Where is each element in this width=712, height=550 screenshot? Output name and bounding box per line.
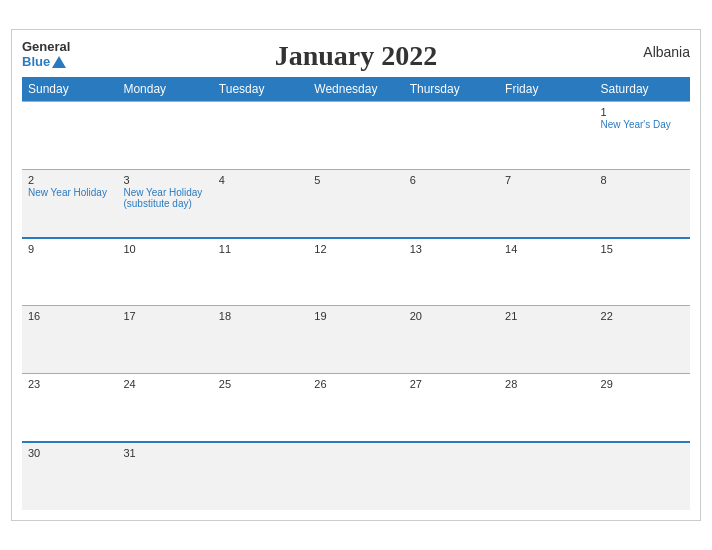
weekday-header-wednesday: Wednesday — [308, 77, 403, 102]
calendar-week-row: 16171819202122 — [22, 306, 690, 374]
day-number: 14 — [505, 243, 588, 255]
calendar-cell — [213, 442, 308, 510]
calendar-cell: 30 — [22, 442, 117, 510]
day-number: 7 — [505, 174, 588, 186]
calendar-cell: 28 — [499, 374, 594, 442]
day-number: 9 — [28, 243, 111, 255]
calendar-cell: 22 — [595, 306, 690, 374]
day-number: 11 — [219, 243, 302, 255]
day-number: 16 — [28, 310, 111, 322]
calendar-week-row: 1New Year's Day — [22, 102, 690, 170]
day-number: 21 — [505, 310, 588, 322]
holiday-label: New Year's Day — [601, 119, 684, 130]
calendar-cell — [213, 102, 308, 170]
calendar-cell: 2New Year Holiday — [22, 170, 117, 238]
day-number: 8 — [601, 174, 684, 186]
calendar-week-row: 23242526272829 — [22, 374, 690, 442]
day-number: 18 — [219, 310, 302, 322]
calendar-cell — [404, 102, 499, 170]
calendar-cell: 10 — [117, 238, 212, 306]
day-number: 27 — [410, 378, 493, 390]
day-number: 22 — [601, 310, 684, 322]
calendar-cell: 4 — [213, 170, 308, 238]
calendar-cell — [308, 102, 403, 170]
calendar-cell — [117, 102, 212, 170]
calendar-cell — [404, 442, 499, 510]
calendar-cell: 24 — [117, 374, 212, 442]
day-number: 23 — [28, 378, 111, 390]
calendar-cell: 3New Year Holiday (substitute day) — [117, 170, 212, 238]
calendar-week-row: 3031 — [22, 442, 690, 510]
calendar-cell: 1New Year's Day — [595, 102, 690, 170]
calendar-cell: 21 — [499, 306, 594, 374]
day-number: 1 — [601, 106, 684, 118]
holiday-label: New Year Holiday — [28, 187, 111, 198]
day-number: 3 — [123, 174, 206, 186]
day-number: 30 — [28, 447, 111, 459]
day-number: 6 — [410, 174, 493, 186]
calendar-cell: 13 — [404, 238, 499, 306]
calendar-container: General Blue January 2022 Albania Sunday… — [11, 29, 701, 520]
calendar-cell: 20 — [404, 306, 499, 374]
calendar-cell: 25 — [213, 374, 308, 442]
calendar-cell: 16 — [22, 306, 117, 374]
day-number: 29 — [601, 378, 684, 390]
calendar-cell: 9 — [22, 238, 117, 306]
weekday-header-thursday: Thursday — [404, 77, 499, 102]
calendar-header: General Blue January 2022 Albania — [22, 40, 690, 69]
day-number: 25 — [219, 378, 302, 390]
day-number: 13 — [410, 243, 493, 255]
day-number: 19 — [314, 310, 397, 322]
calendar-cell: 19 — [308, 306, 403, 374]
weekday-header-sunday: Sunday — [22, 77, 117, 102]
calendar-cell: 8 — [595, 170, 690, 238]
day-number: 24 — [123, 378, 206, 390]
calendar-cell: 31 — [117, 442, 212, 510]
logo-blue-text: Blue — [22, 55, 50, 69]
logo-general-text: General — [22, 40, 70, 54]
calendar-cell: 5 — [308, 170, 403, 238]
calendar-cell: 27 — [404, 374, 499, 442]
weekday-header-monday: Monday — [117, 77, 212, 102]
day-number: 2 — [28, 174, 111, 186]
day-number: 12 — [314, 243, 397, 255]
calendar-cell: 26 — [308, 374, 403, 442]
logo-triangle-icon — [52, 56, 66, 68]
calendar-cell: 15 — [595, 238, 690, 306]
day-number: 15 — [601, 243, 684, 255]
weekday-header-saturday: Saturday — [595, 77, 690, 102]
calendar-cell — [499, 442, 594, 510]
calendar-cell — [22, 102, 117, 170]
day-number: 5 — [314, 174, 397, 186]
day-number: 31 — [123, 447, 206, 459]
day-number: 20 — [410, 310, 493, 322]
calendar-cell: 18 — [213, 306, 308, 374]
logo: General Blue — [22, 40, 70, 69]
calendar-week-row: 9101112131415 — [22, 238, 690, 306]
weekday-header-row: SundayMondayTuesdayWednesdayThursdayFrid… — [22, 77, 690, 102]
weekday-header-tuesday: Tuesday — [213, 77, 308, 102]
calendar-week-row: 2New Year Holiday3New Year Holiday (subs… — [22, 170, 690, 238]
calendar-cell: 29 — [595, 374, 690, 442]
calendar-cell: 17 — [117, 306, 212, 374]
day-number: 10 — [123, 243, 206, 255]
country-label: Albania — [643, 44, 690, 60]
calendar-cell: 23 — [22, 374, 117, 442]
calendar-cell: 12 — [308, 238, 403, 306]
calendar-cell — [595, 442, 690, 510]
calendar-cell: 11 — [213, 238, 308, 306]
weekday-header-friday: Friday — [499, 77, 594, 102]
calendar-cell: 14 — [499, 238, 594, 306]
calendar-cell — [308, 442, 403, 510]
calendar-cell: 7 — [499, 170, 594, 238]
calendar-cell: 6 — [404, 170, 499, 238]
day-number: 4 — [219, 174, 302, 186]
day-number: 28 — [505, 378, 588, 390]
day-number: 26 — [314, 378, 397, 390]
holiday-label: New Year Holiday (substitute day) — [123, 187, 206, 209]
calendar-table: SundayMondayTuesdayWednesdayThursdayFrid… — [22, 77, 690, 510]
calendar-cell — [499, 102, 594, 170]
month-title: January 2022 — [275, 40, 438, 72]
day-number: 17 — [123, 310, 206, 322]
